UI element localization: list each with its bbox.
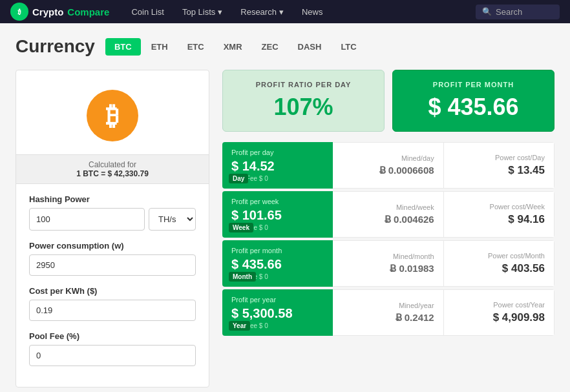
profit-cell-day: Profit per day $ 14.52 Pool Fee $ 0 Day [222, 142, 333, 189]
currency-tabs: BTCETHETCXMRZECDASHLTC [105, 38, 366, 56]
power-cell-month: Power cost/Month $ 403.56 [444, 240, 554, 287]
mined-value: Ƀ 0.01983 [342, 263, 434, 274]
power-cell-day: Power cost/Day $ 13.45 [444, 142, 554, 189]
mined-cell-day: Mined/day Ƀ 0.0006608 [333, 142, 443, 189]
power-value: $ 4,909.98 [453, 311, 545, 324]
power-consumption-input[interactable] [29, 254, 196, 276]
profit-ratio-label: PROFIT RATIO PER DAY [236, 81, 371, 88]
pool-fee-label: Pool Fee (%) [29, 331, 196, 341]
profit-value: $ 5,300.58 [231, 306, 324, 321]
profit-value: $ 101.65 [231, 208, 324, 223]
mined-cell-year: Mined/year Ƀ 0.2412 [333, 289, 443, 336]
cost-kwh-input[interactable] [29, 300, 196, 321]
power-label: Power cost/Week [453, 203, 545, 211]
profit-label: Profit per month [231, 247, 324, 254]
nav-links: Coin List Top Lists ▾ Research ▾ News [125, 2, 460, 22]
profit-label: Profit per day [231, 149, 324, 156]
table-row: Profit per day $ 14.52 Pool Fee $ 0 Day … [222, 142, 554, 189]
search-label: Search [496, 7, 522, 17]
search-box[interactable]: 🔍 Search [476, 5, 560, 19]
table-row: Profit per week $ 101.65 Pool Fee $ 0 We… [222, 191, 554, 238]
power-consumption-label: Power consumption (w) [29, 241, 196, 251]
currency-header: Currency BTCETHETCXMRZECDASHLTC [16, 36, 554, 57]
svg-text:₿: ₿ [17, 8, 21, 15]
currency-tab-dash[interactable]: DASH [289, 38, 331, 56]
power-value: $ 13.45 [453, 164, 545, 177]
chevron-down-icon: ▾ [218, 7, 222, 17]
hashing-power-input[interactable] [29, 208, 145, 231]
profit-label: Profit per year [231, 296, 324, 304]
chevron-down-icon: ▾ [279, 7, 284, 17]
right-panel: PROFIT RATIO PER DAY 107% PROFIT PER MON… [222, 70, 554, 387]
table-row: Profit per month $ 435.66 Pool Fee $ 0 M… [222, 240, 554, 287]
currency-tab-zec[interactable]: ZEC [253, 38, 288, 56]
power-value: $ 403.56 [453, 262, 545, 275]
profit-value: $ 435.66 [231, 257, 324, 272]
mined-cell-week: Mined/week Ƀ 0.004626 [333, 191, 443, 238]
mined-label: Mined/month [342, 253, 434, 260]
nav-news[interactable]: News [295, 2, 330, 22]
profit-ratio-value: 107% [236, 94, 371, 121]
profit-summary: PROFIT RATIO PER DAY 107% PROFIT PER MON… [222, 70, 554, 132]
currency-tab-xmr[interactable]: XMR [215, 38, 251, 56]
profit-ratio-box: PROFIT RATIO PER DAY 107% [222, 70, 385, 132]
profit-cell-month: Profit per month $ 435.66 Pool Fee $ 0 M… [222, 240, 333, 287]
power-cell-week: Power cost/Week $ 94.16 [444, 191, 554, 238]
period-label: Year [229, 321, 250, 331]
power-cell-year: Power cost/Year $ 4,909.98 [444, 289, 554, 336]
page-title: Currency [16, 36, 95, 57]
period-label: Week [229, 223, 253, 232]
brand-crypto: Crypto [32, 6, 63, 17]
brand-icon: ₿ [10, 3, 28, 21]
btc-logo: ₿ [87, 90, 138, 141]
nav-top-lists[interactable]: Top Lists ▾ [176, 2, 229, 22]
power-label: Power cost/Year [453, 301, 545, 309]
brand: ₿ CryptoCompare [10, 3, 109, 21]
mined-value: Ƀ 0.004626 [342, 214, 434, 225]
hashing-power-group: Hashing Power TH/s GH/s MH/s [29, 194, 196, 231]
mined-label: Mined/day [342, 154, 434, 162]
mined-cell-month: Mined/month Ƀ 0.01983 [333, 240, 443, 287]
cost-kwh-label: Cost per KWh ($) [29, 286, 196, 296]
nav-research[interactable]: Research ▾ [234, 2, 290, 22]
hashing-power-input-row: TH/s GH/s MH/s [29, 208, 196, 231]
profit-label: Profit per week [231, 198, 324, 205]
profit-value: $ 14.52 [231, 159, 324, 174]
navbar: ₿ CryptoCompare Coin List Top Lists ▾ Re… [0, 0, 570, 23]
coin-logo-area: ₿ [16, 70, 209, 154]
calc-info-label: Calculated for [21, 160, 204, 169]
period-label: Month [229, 272, 256, 282]
nav-coin-list[interactable]: Coin List [125, 2, 171, 22]
table-row: Profit per year $ 5,300.58 Pool Fee $ 0 … [222, 289, 554, 336]
mined-label: Mined/year [342, 302, 434, 309]
currency-tab-eth[interactable]: ETH [142, 38, 177, 56]
btc-symbol: ₿ [106, 101, 119, 130]
profit-month-value: $ 435.66 [406, 94, 541, 121]
power-label: Power cost/Month [453, 252, 545, 260]
calc-info-value: 1 BTC = $ 42,330.79 [21, 169, 204, 178]
search-icon: 🔍 [482, 7, 492, 16]
pool-fee-group: Pool Fee (%) [29, 331, 196, 366]
mined-label: Mined/week [342, 203, 434, 211]
mined-value: Ƀ 0.2412 [342, 312, 434, 324]
form-area: Hashing Power TH/s GH/s MH/s Power consu… [16, 184, 209, 387]
page-container: Currency BTCETHETCXMRZECDASHLTC ₿ Calcul… [0, 23, 570, 392]
period-label: Day [229, 174, 248, 183]
pool-fee-input[interactable] [29, 345, 196, 366]
calc-info: Calculated for 1 BTC = $ 42,330.79 [16, 154, 209, 184]
hashing-power-label: Hashing Power [29, 194, 196, 204]
brand-compare: Compare [67, 6, 109, 17]
profit-cell-week: Profit per week $ 101.65 Pool Fee $ 0 We… [222, 191, 333, 238]
data-rows: Profit per day $ 14.52 Pool Fee $ 0 Day … [222, 142, 554, 336]
hashing-unit-select[interactable]: TH/s GH/s MH/s [149, 208, 196, 231]
power-label: Power cost/Day [453, 154, 545, 161]
currency-tab-ltc[interactable]: LTC [332, 38, 365, 56]
currency-tab-etc[interactable]: ETC [178, 38, 213, 56]
left-panel: ₿ Calculated for 1 BTC = $ 42,330.79 Has… [16, 70, 209, 387]
currency-tab-btc[interactable]: BTC [105, 38, 141, 56]
profit-cell-year: Profit per year $ 5,300.58 Pool Fee $ 0 … [222, 289, 333, 336]
profit-month-box: PROFIT PER MONTH $ 435.66 [392, 70, 554, 132]
cost-kwh-group: Cost per KWh ($) [29, 286, 196, 321]
power-consumption-group: Power consumption (w) [29, 241, 196, 276]
profit-month-label: PROFIT PER MONTH [406, 81, 541, 88]
